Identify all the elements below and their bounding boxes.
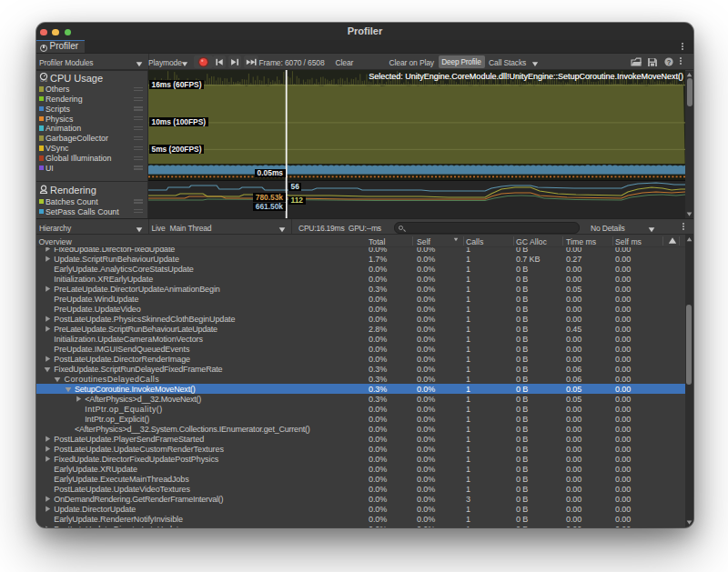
svg-text:?: ? <box>667 58 672 66</box>
svg-text:CPU: CPU <box>40 79 47 82</box>
